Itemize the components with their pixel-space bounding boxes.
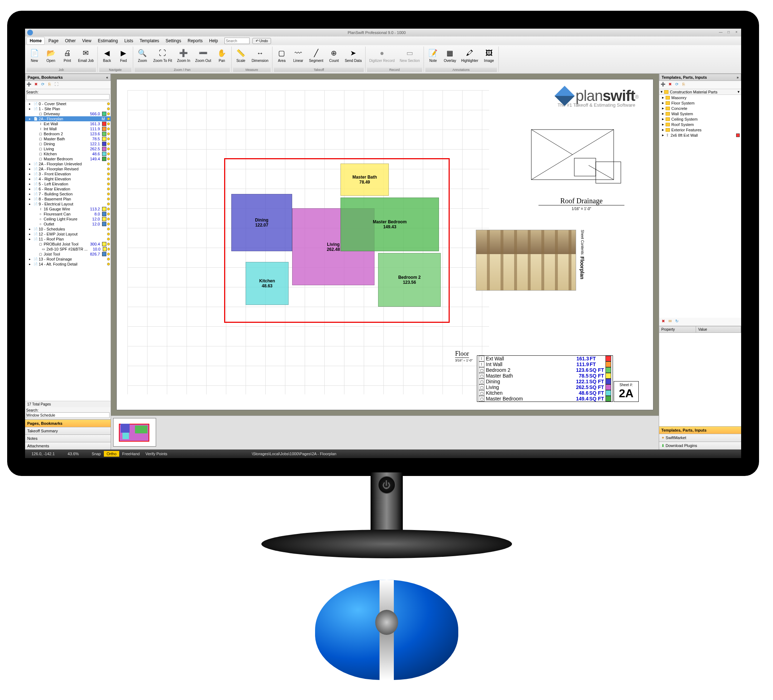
page-thumbnail[interactable]: [113, 418, 156, 447]
pages-tree[interactable]: ▸📄0 - Cover Sheet▸📄1 - Site Plan▢Drivewa…: [25, 101, 111, 401]
tree-row[interactable]: ▢Dining122.1: [25, 141, 111, 146]
expand-icon[interactable]: ▸: [661, 106, 666, 110]
templates-tree[interactable]: ▾Construction Material Parts▾▸Masonry▸Fl…: [659, 89, 741, 318]
menu-lists[interactable]: Lists: [122, 37, 136, 44]
room-master-bedroom[interactable]: Master Bedroom149.43: [340, 197, 439, 251]
menu-estimating[interactable]: Estimating: [95, 37, 121, 44]
template-tree-row[interactable]: ▸⟟2x6 8ft Ext Wall: [659, 132, 741, 138]
accordion-takeoff-summary[interactable]: Takeoff Summary: [25, 427, 111, 434]
print-button[interactable]: 🖨Print: [59, 46, 75, 63]
expand-icon[interactable]: ▸: [27, 257, 32, 261]
minimize-button[interactable]: —: [718, 30, 723, 35]
expand-icon[interactable]: [32, 222, 37, 226]
expand-icon[interactable]: [32, 127, 37, 131]
templates-header-row[interactable]: ▾Construction Material Parts▾: [659, 89, 741, 95]
status-mode-verify-points[interactable]: Verify Points: [143, 451, 170, 457]
tree-row[interactable]: ▢Living262.5: [25, 146, 111, 151]
overlay-button[interactable]: ▦Overlay: [442, 46, 458, 63]
expand-icon[interactable]: ▸: [27, 167, 32, 171]
status-mode-snap[interactable]: Snap: [89, 451, 104, 457]
template-tree-row[interactable]: ▸Ceiling System: [659, 116, 741, 122]
expand-icon[interactable]: ▸: [27, 192, 32, 196]
right-toolbar-btn-1[interactable]: ✖: [667, 82, 673, 88]
expand-icon[interactable]: ▸: [27, 107, 32, 111]
menu-templates[interactable]: Templates: [137, 37, 162, 44]
collapse-left-icon[interactable]: «: [106, 76, 108, 79]
left-toolbar-btn-1[interactable]: ✖: [33, 82, 39, 88]
tree-row[interactable]: ○Ceiling Light Fixure12.0: [25, 217, 111, 222]
template-tree-row[interactable]: ▸Exterior Features: [659, 127, 741, 132]
expand-icon[interactable]: [32, 242, 37, 246]
expand-icon[interactable]: ▸: [661, 100, 666, 105]
expand-icon[interactable]: ▸: [27, 237, 32, 241]
accordion-attachments[interactable]: Attachments: [25, 442, 111, 450]
expand-icon[interactable]: [32, 212, 37, 216]
template-tree-row[interactable]: ▸Masonry: [659, 95, 741, 100]
expand-icon[interactable]: ▸: [27, 227, 32, 231]
left-toolbar-btn-0[interactable]: ➕: [26, 82, 32, 88]
expand-icon[interactable]: [32, 157, 37, 161]
tree-row[interactable]: ▭2x8-10 SPF #2&BTR ...10.0: [25, 246, 111, 251]
tree-row[interactable]: ▢Master Bath78.5: [25, 136, 111, 141]
back-button[interactable]: ◀Back: [99, 46, 115, 63]
expand-icon[interactable]: ▸: [27, 177, 32, 181]
room-dining[interactable]: Dining122.07: [231, 194, 292, 251]
expand-icon[interactable]: ▸: [27, 197, 32, 201]
note-button[interactable]: 📝Note: [425, 46, 441, 63]
expand-icon[interactable]: [36, 247, 41, 251]
expand-icon[interactable]: [32, 252, 37, 256]
zoom-out-button[interactable]: ➖Zoom Out: [193, 46, 213, 63]
image-button[interactable]: 🖼Image: [481, 46, 497, 63]
expand-icon[interactable]: ▸: [661, 122, 666, 127]
email-job-button[interactable]: ✉Email Job: [76, 46, 96, 63]
open-button[interactable]: 📂Open: [43, 46, 59, 63]
template-tree-row[interactable]: ▸Wall System: [659, 111, 741, 116]
menu-other[interactable]: Other: [62, 37, 78, 44]
thumbnail-strip[interactable]: [111, 416, 659, 450]
tree-row[interactable]: ▢Joist Tool826.7: [25, 251, 111, 256]
tree-row[interactable]: ▢PROBuild Joist Tool300.4: [25, 242, 111, 246]
dropdown-icon[interactable]: ▾: [738, 89, 740, 94]
expand-icon[interactable]: ▸: [661, 95, 666, 100]
accordion-notes[interactable]: Notes: [25, 434, 111, 442]
status-mode-freehand[interactable]: FreeHand: [119, 451, 143, 457]
expand-icon[interactable]: ▸: [661, 133, 666, 137]
menu-reports[interactable]: Reports: [185, 37, 206, 44]
top-search-input[interactable]: [224, 38, 250, 44]
menu-view[interactable]: View: [79, 37, 94, 44]
tree-row[interactable]: ▢Driveway566.0: [25, 111, 111, 116]
tree-row[interactable]: ▸📄12 - EWP Joist Layout: [25, 232, 111, 237]
expand-icon[interactable]: ▸: [27, 232, 32, 236]
tree-row[interactable]: ▸📄8 - Basement Plan: [25, 197, 111, 202]
left-search2-input[interactable]: [26, 412, 110, 418]
tree-row[interactable]: ▢Kitchen48.6: [25, 151, 111, 156]
expand-icon[interactable]: [32, 122, 37, 126]
left-search-input[interactable]: [26, 94, 110, 100]
area-button[interactable]: ▢Area: [274, 46, 289, 63]
room-master-bath[interactable]: Master Bath78.49: [340, 164, 389, 196]
count-button[interactable]: ⊕Count: [326, 46, 342, 63]
new-button[interactable]: 📄New: [26, 46, 42, 63]
template-tree-row[interactable]: ▸Floor System: [659, 100, 741, 105]
tree-row[interactable]: ○Outlet12.0: [25, 222, 111, 227]
zoom-button[interactable]: 🔍Zoom: [135, 46, 150, 63]
tree-row[interactable]: ▸📄1 - Site Plan: [25, 106, 111, 111]
accordion-download-plugins[interactable]: ⬇ Download Plugins: [659, 442, 741, 450]
right-toolbar-btn-2[interactable]: ⟳: [674, 82, 679, 88]
expand-icon[interactable]: [32, 217, 37, 221]
tree-row[interactable]: ⟟Int Wall111.9: [25, 127, 111, 131]
pan-button[interactable]: ✋Pan: [214, 46, 230, 63]
tree-row[interactable]: ⟟Ext Wall161.3: [25, 121, 111, 127]
right-toolbar-btn-3[interactable]: ⎘: [681, 82, 686, 88]
expand-icon[interactable]: ▸: [661, 117, 666, 121]
template-tree-row[interactable]: ▸Roof System: [659, 122, 741, 127]
right-toolbar-btn-0[interactable]: ➕: [660, 82, 666, 88]
tree-row[interactable]: ▢Bedroom 2123.6: [25, 131, 111, 136]
segment-button[interactable]: ╱Segment: [307, 46, 326, 63]
zoom-to-fit-button[interactable]: ⛶Zoom To Fit: [151, 46, 174, 63]
tree-row[interactable]: ▸📄14 - Alt. Footing Detail: [25, 261, 111, 266]
undo-button[interactable]: ↶ Undo: [252, 38, 271, 44]
expand-icon[interactable]: ▸: [27, 262, 32, 266]
expand-icon[interactable]: [32, 132, 37, 136]
highlighter-button[interactable]: 🖍Highlighter: [459, 46, 480, 63]
